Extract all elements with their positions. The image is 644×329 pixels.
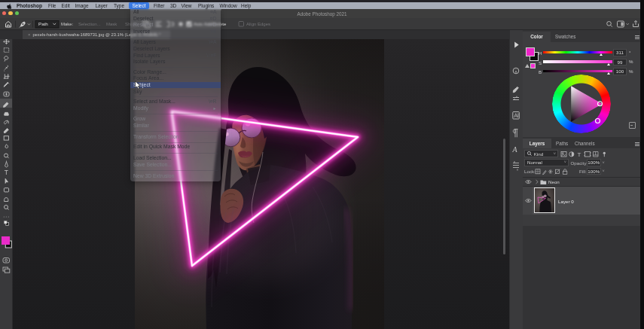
svg-text:A: A xyxy=(512,145,518,154)
svg-text:T: T xyxy=(5,169,8,176)
svg-text:T: T xyxy=(578,151,581,157)
